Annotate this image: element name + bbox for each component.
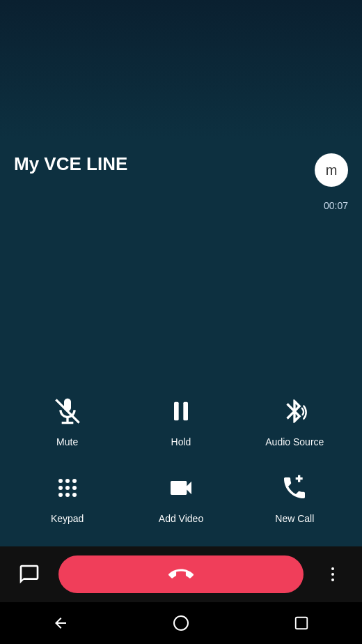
svg-rect-13 xyxy=(296,618,308,629)
svg-point-4 xyxy=(65,479,70,483)
more-options-button[interactable] xyxy=(317,559,348,590)
end-call-icon xyxy=(168,562,194,587)
back-icon xyxy=(52,615,69,631)
hold-button[interactable]: Hold xyxy=(127,392,234,447)
nav-home-button[interactable] xyxy=(160,609,202,637)
mute-label: Mute xyxy=(56,436,78,447)
keypad-label: Keypad xyxy=(51,513,84,524)
add-video-button[interactable]: Add Video xyxy=(127,468,234,524)
nav-back-button[interactable] xyxy=(40,609,81,637)
svg-rect-1 xyxy=(174,402,179,421)
nav-bar xyxy=(0,602,362,644)
hold-icon xyxy=(162,392,200,431)
new-call-button[interactable]: New Call xyxy=(242,468,348,524)
controls-section: Mute Hold Audio xyxy=(0,371,362,552)
top-background xyxy=(0,0,362,139)
middle-section xyxy=(0,217,362,371)
svg-point-6 xyxy=(58,486,63,490)
timer-row: 00:07 xyxy=(0,194,362,217)
svg-point-3 xyxy=(58,479,63,483)
svg-point-5 xyxy=(72,479,77,483)
call-info-section: My VCE LINE m xyxy=(0,139,362,194)
bottom-bar xyxy=(0,546,362,602)
avatar[interactable]: m xyxy=(315,153,348,187)
call-title: My VCE LINE xyxy=(14,153,127,175)
hold-label: Hold xyxy=(171,436,191,447)
keypad-icon xyxy=(48,468,87,507)
audio-source-label: Audio Source xyxy=(265,436,324,447)
new-call-label: New Call xyxy=(275,513,314,524)
svg-point-12 xyxy=(174,616,188,630)
call-timer: 00:07 xyxy=(324,200,348,211)
more-icon xyxy=(331,567,334,581)
mute-icon xyxy=(48,392,87,431)
video-icon xyxy=(162,468,200,507)
nav-recent-button[interactable] xyxy=(281,609,322,637)
svg-point-7 xyxy=(65,486,70,490)
bluetooth-audio-icon xyxy=(275,392,314,431)
end-call-button[interactable] xyxy=(58,555,304,593)
audio-source-button[interactable]: Audio Source xyxy=(242,392,348,447)
svg-point-11 xyxy=(72,493,77,497)
keypad-button[interactable]: Keypad xyxy=(14,468,120,524)
home-icon xyxy=(173,615,189,631)
svg-rect-2 xyxy=(183,402,188,421)
mute-button[interactable]: Mute xyxy=(14,392,120,447)
svg-point-9 xyxy=(58,493,63,497)
svg-point-8 xyxy=(72,486,77,490)
chat-button[interactable] xyxy=(14,559,45,590)
chat-icon xyxy=(18,563,40,585)
controls-grid: Mute Hold Audio xyxy=(14,392,348,524)
recent-icon xyxy=(294,615,309,631)
add-video-label: Add Video xyxy=(159,513,203,524)
svg-point-10 xyxy=(65,493,70,497)
new-call-icon xyxy=(275,468,314,507)
